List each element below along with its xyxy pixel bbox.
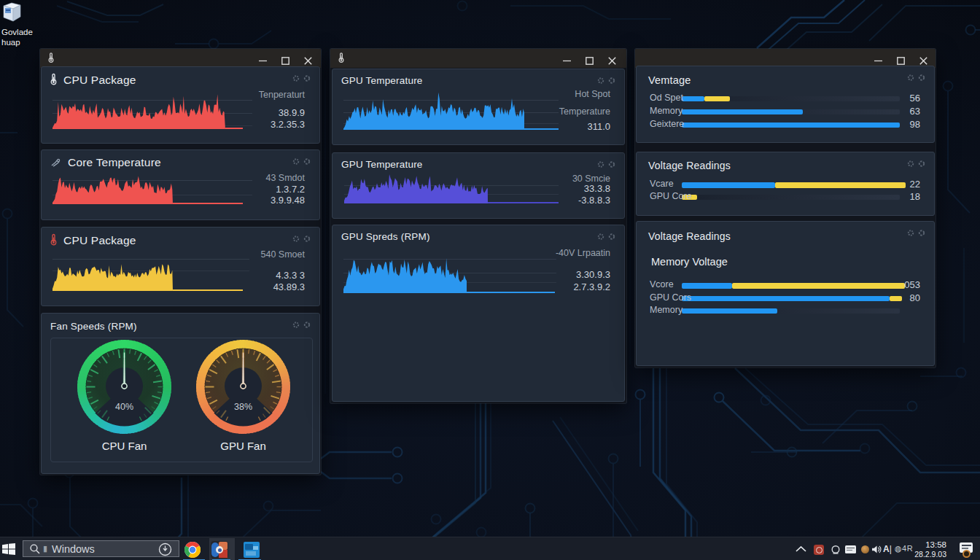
svg-text:38%: 38%: [234, 402, 252, 412]
svg-text:40%: 40%: [115, 402, 133, 412]
